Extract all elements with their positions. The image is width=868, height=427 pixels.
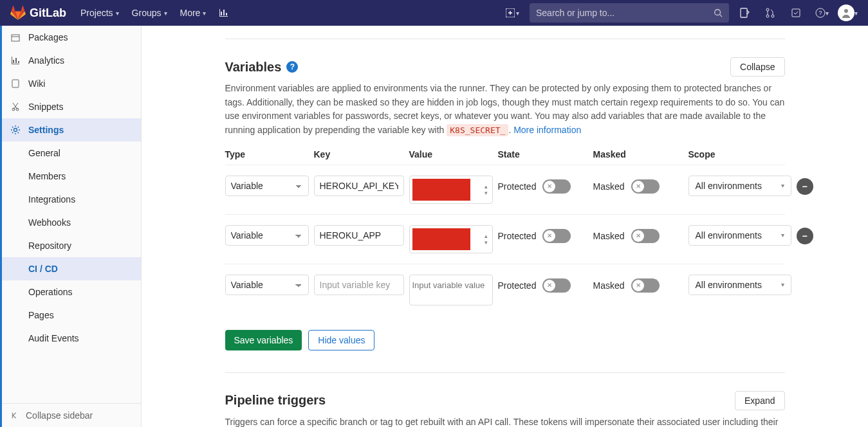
topbar-right: ▾ ?▾ ▾ bbox=[501, 3, 858, 23]
protected-toggle[interactable]: ✕ bbox=[542, 229, 571, 243]
masked-toggle[interactable]: ✕ bbox=[631, 278, 660, 293]
redacted-value bbox=[412, 228, 470, 250]
col-key: Key bbox=[314, 149, 404, 159]
svg-point-3 bbox=[766, 8, 769, 11]
gitlab-logo[interactable]: GitLab bbox=[10, 5, 66, 21]
sub-audit[interactable]: Audit Events bbox=[0, 327, 141, 350]
search-input[interactable] bbox=[536, 8, 714, 18]
svg-rect-11 bbox=[12, 80, 19, 87]
todos-icon[interactable] bbox=[786, 3, 806, 23]
value-input-wrap[interactable]: ▴▾ bbox=[409, 176, 493, 204]
nav-groups[interactable]: Groups▾ bbox=[125, 0, 174, 26]
sidebar-item-analytics[interactable]: Analytics bbox=[0, 49, 141, 72]
search-box[interactable] bbox=[530, 3, 729, 23]
topbar: GitLab Projects▾ Groups▾ More▾ ▾ ?▾ ▾ bbox=[0, 0, 868, 26]
sub-webhooks[interactable]: Webhooks bbox=[0, 211, 141, 234]
nav-projects[interactable]: Projects▾ bbox=[74, 0, 125, 26]
value-input[interactable] bbox=[412, 280, 490, 300]
scope-dropdown[interactable]: All environments▾ bbox=[688, 275, 791, 295]
merge-requests-icon[interactable] bbox=[760, 3, 780, 23]
variables-table: Type Key Value State Masked Scope Variab… bbox=[225, 149, 785, 316]
triggers-description: Triggers can force a specific branch or … bbox=[225, 415, 785, 427]
chevron-down-icon: ▾ bbox=[826, 10, 829, 17]
key-input[interactable] bbox=[314, 225, 404, 246]
chevron-down-icon: ▾ bbox=[164, 10, 167, 17]
sidebar-item-packages[interactable]: Packages bbox=[0, 26, 141, 49]
sub-repository[interactable]: Repository bbox=[0, 234, 141, 257]
sub-pages[interactable]: Pages bbox=[0, 304, 141, 327]
type-select[interactable]: Variable bbox=[225, 225, 309, 246]
sub-cicd[interactable]: CI / CD bbox=[0, 257, 141, 280]
sub-general[interactable]: General bbox=[0, 141, 141, 165]
svg-rect-2 bbox=[741, 8, 747, 17]
help-icon[interactable]: ? bbox=[286, 61, 298, 73]
masked-toggle[interactable]: ✕ bbox=[631, 179, 660, 194]
scope-dropdown[interactable]: All environments▾ bbox=[688, 225, 791, 246]
value-input-wrap[interactable]: ▴▾ bbox=[409, 225, 493, 253]
action-buttons: Save variables Hide values bbox=[225, 321, 785, 359]
col-masked: Masked bbox=[593, 149, 683, 159]
key-input[interactable] bbox=[314, 275, 404, 295]
chevron-down-icon: ▾ bbox=[781, 232, 784, 239]
state-label: Protected bbox=[498, 181, 537, 192]
triggers-section: Pipeline triggers Expand Triggers can fo… bbox=[225, 372, 785, 427]
gitlab-icon bbox=[10, 5, 26, 21]
protected-toggle[interactable]: ✕ bbox=[542, 179, 571, 194]
help-icon[interactable]: ?▾ bbox=[811, 3, 832, 23]
sub-members[interactable]: Members bbox=[0, 165, 141, 188]
collapse-sidebar-button[interactable]: Collapse sidebar bbox=[0, 403, 141, 427]
value-input-wrap[interactable] bbox=[409, 275, 493, 305]
col-scope: Scope bbox=[688, 149, 791, 159]
nav-activity[interactable] bbox=[212, 0, 235, 26]
remove-button[interactable]: − bbox=[797, 178, 813, 195]
variables-description: Environment variables are applied to env… bbox=[225, 82, 785, 138]
sub-integrations[interactable]: Integrations bbox=[0, 188, 141, 211]
chevron-down-icon: ▾ bbox=[781, 182, 784, 189]
sidebar-item-wiki[interactable]: Wiki bbox=[0, 72, 141, 95]
svg-point-4 bbox=[766, 15, 769, 17]
sub-operations[interactable]: Operations bbox=[0, 280, 141, 304]
expand-button[interactable]: Expand bbox=[735, 391, 784, 410]
chevron-down-icon: ▾ bbox=[203, 10, 206, 17]
package-icon bbox=[10, 32, 21, 42]
remove-button[interactable]: − bbox=[797, 228, 813, 244]
chevron-down-icon: ▾ bbox=[116, 10, 119, 17]
svg-point-14 bbox=[14, 129, 17, 132]
variables-section: Variables ? Collapse Environment variabl… bbox=[225, 39, 785, 372]
masked-label: Masked bbox=[593, 280, 625, 291]
sidebar-item-settings[interactable]: Settings bbox=[0, 118, 141, 141]
svg-point-5 bbox=[771, 15, 774, 17]
topbar-nav: Projects▾ Groups▾ More▾ bbox=[74, 0, 235, 26]
user-menu[interactable]: ▾ bbox=[837, 3, 858, 23]
masked-label: Masked bbox=[593, 231, 625, 241]
variables-title: Variables ? bbox=[225, 60, 299, 75]
brand-text: GitLab bbox=[30, 6, 66, 20]
issues-icon[interactable] bbox=[734, 3, 755, 23]
table-header: Type Key Value State Masked Scope bbox=[225, 149, 785, 165]
col-state: State bbox=[498, 149, 588, 159]
create-new-button[interactable]: ▾ bbox=[501, 6, 524, 20]
svg-point-1 bbox=[715, 10, 721, 15]
sidebar-item-snippets[interactable]: Snippets bbox=[0, 95, 141, 118]
type-select[interactable]: Variable bbox=[225, 176, 309, 196]
plus-icon bbox=[506, 8, 515, 17]
code-sample: K8S_SECRET_ bbox=[447, 124, 508, 136]
state-label: Protected bbox=[498, 231, 537, 241]
search-icon bbox=[714, 8, 723, 17]
variable-row-empty: Variable Protected✕ Masked✕ All environm… bbox=[225, 264, 785, 316]
col-type: Type bbox=[225, 149, 309, 159]
nav-more[interactable]: More▾ bbox=[174, 0, 213, 26]
save-button[interactable]: Save variables bbox=[225, 330, 302, 350]
scope-dropdown[interactable]: All environments▾ bbox=[688, 176, 791, 196]
chevron-down-icon: ▾ bbox=[854, 10, 858, 17]
chart-icon bbox=[219, 8, 229, 18]
protected-toggle[interactable]: ✕ bbox=[542, 278, 571, 293]
collapse-button[interactable]: Collapse bbox=[730, 57, 784, 77]
type-select[interactable]: Variable bbox=[225, 275, 309, 295]
more-info-link[interactable]: More information bbox=[513, 125, 581, 135]
hide-values-button[interactable]: Hide values bbox=[308, 330, 374, 350]
chevron-down-icon: ▾ bbox=[516, 10, 519, 17]
key-input[interactable] bbox=[314, 176, 404, 196]
masked-toggle[interactable]: ✕ bbox=[631, 229, 660, 243]
wiki-icon bbox=[10, 78, 21, 89]
